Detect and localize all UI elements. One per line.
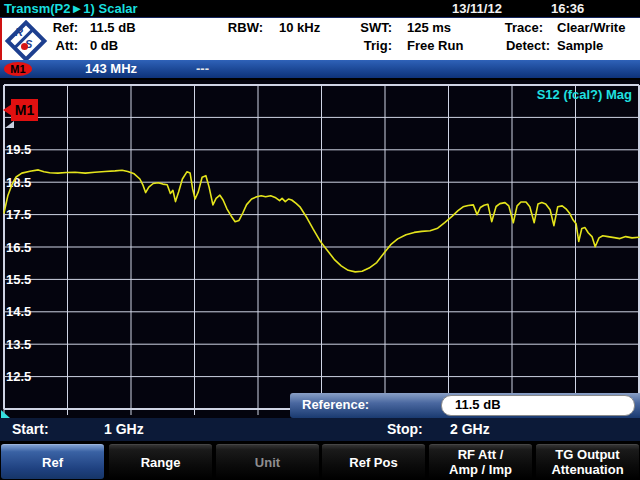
trace-value: Clear/Write	[557, 20, 625, 35]
plot-area	[0, 80, 640, 419]
softkey-tg-output-attenuation[interactable]: TG OutputAttenuation	[536, 444, 639, 479]
rbw-label: RBW:	[196, 20, 263, 35]
stop-label: Stop:	[387, 421, 423, 437]
softkey-range[interactable]: Range	[109, 444, 212, 479]
att-value: 0 dB	[90, 38, 118, 53]
softkey-ref[interactable]: Ref	[1, 444, 104, 479]
detect-value: Sample	[557, 38, 603, 53]
softkey-bar: Ref Range Unit Ref Pos RF Att /Amp / Imp…	[0, 441, 640, 480]
detect-label: Detect:	[476, 38, 550, 53]
measurement-mode-title: Transm(P2►1) Scalar	[4, 1, 138, 16]
reference-input-value: 11.5 dB	[455, 397, 501, 412]
swt-label: SWT:	[340, 20, 392, 35]
softkey-ref-pos[interactable]: Ref Pos	[322, 444, 425, 479]
start-label: Start:	[12, 421, 49, 437]
instrument-screen: Transm(P2►1) Scalar 13/11/12 16:36 R S R…	[0, 0, 640, 480]
start-value: 1 GHz	[104, 421, 144, 437]
att-active-dot-icon	[21, 43, 28, 50]
marker-badge: M1	[4, 62, 32, 76]
swt-value: 125 ms	[407, 20, 451, 35]
stop-value: 2 GHz	[450, 421, 490, 437]
trace-label: Trace:	[476, 20, 543, 35]
s-parameter-label: S12 (fcal?) Mag	[537, 87, 632, 102]
marker-frequency: 143 MHz	[85, 61, 137, 76]
marker-flag: M1	[11, 99, 38, 121]
left-red-stripe	[0, 18, 2, 60]
ref-value: 11.5 dB	[90, 20, 136, 35]
ref-label: Ref:	[30, 20, 78, 35]
rbw-value: 10 kHz	[279, 20, 320, 35]
time-display: 16:36	[551, 1, 584, 16]
marker-readout-bar: M1 143 MHz ---	[0, 60, 640, 78]
reference-entry-label: Reference:	[302, 397, 369, 412]
settings-header: R S Ref: 11.5 dB RBW: 10 kHz SWT: 125 ms…	[0, 18, 640, 60]
att-label: Att:	[30, 38, 78, 53]
reference-input[interactable]: 11.5 dB	[441, 395, 635, 416]
top-bar: Transm(P2►1) Scalar 13/11/12 16:36	[0, 0, 640, 18]
trig-value: Free Run	[407, 38, 463, 53]
trig-label: Trig:	[340, 38, 392, 53]
softkey-rf-att-amp-imp[interactable]: RF Att /Amp / Imp	[429, 444, 532, 479]
frequency-range-bar: Start: 1 GHz Stop: 2 GHz	[0, 418, 640, 441]
marker-value: ---	[196, 61, 209, 76]
date-display: 13/11/12	[452, 1, 502, 16]
softkey-unit: Unit	[216, 444, 319, 479]
reference-entry-bar: Reference: 11.5 dB	[290, 393, 640, 418]
